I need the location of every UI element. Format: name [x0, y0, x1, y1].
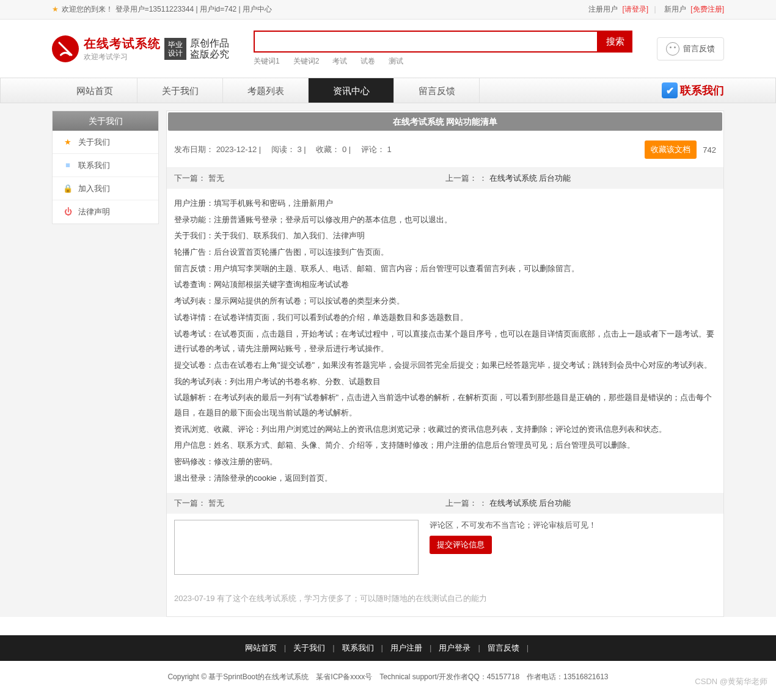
topbar-sep: |	[654, 5, 656, 13]
footer-link-3[interactable]: 用户注册	[390, 643, 422, 652]
power-icon: ⏻	[64, 208, 72, 216]
login-link[interactable]: [请登录]	[623, 5, 649, 13]
keyword-link[interactable]: 关键词1	[254, 57, 280, 65]
comment-history: 2023-07-19 有了这个在线考试系统，学习方便多了；可以随时随地的在线测试…	[174, 593, 716, 604]
article-body: 用户注册：填写手机账号和密码，注册新用户登录功能：注册普通账号登录；登录后可以修…	[167, 189, 723, 493]
watermark: CSDN @黄菊华老师	[695, 676, 767, 687]
article-paragraph: 用户注册：填写手机账号和密码，注册新用户	[174, 196, 716, 211]
prev-next-top: 下一篇： 暂无 上一篇： ： 在线考试系统 后台功能	[167, 168, 723, 189]
prev-article-link[interactable]: 在线考试系统 后台功能	[489, 173, 571, 183]
meta-fav-label: 收藏：	[316, 145, 340, 154]
feedback-button[interactable]: 留言反馈	[657, 37, 724, 60]
graduation-badge: 毕业设计	[164, 38, 186, 60]
article-paragraph: 试卷查询：网站顶部根据关键字查询相应考试试卷	[174, 277, 716, 293]
sidebar-item-label: 法律声明	[78, 200, 110, 224]
article-paragraph: 试卷考试：在试卷页面，点击题目，开始考试；在考试过程中，可以直接点击某个题目序号…	[174, 327, 716, 357]
prev-article-label: 上一篇：	[445, 173, 477, 183]
meta-fav: 0	[342, 145, 346, 154]
nav-item-2[interactable]: 考题列表	[223, 78, 309, 103]
prev-next-bottom: 下一篇： 暂无 上一篇： ： 在线考试系统 后台功能	[167, 493, 723, 514]
prev-article-link-bottom[interactable]: 在线考试系统 后台功能	[489, 498, 571, 508]
meta-comment-label: 评论：	[361, 145, 385, 154]
article-paragraph: 考试列表：显示网站提供的所有试卷；可以按试卷的类型来分类。	[174, 294, 716, 309]
site-title: 在线考试系统	[84, 35, 161, 52]
article-paragraph: 提交试卷：点击在试卷右上角"提交试卷"，如果没有答题完毕，会提示回答完全后提交；…	[174, 358, 716, 373]
sidebar-item-label: 关于我们	[78, 131, 110, 154]
next-article-value: 暂无	[208, 173, 224, 183]
keyword-link[interactable]: 关键词2	[293, 57, 320, 65]
logo-block[interactable]: 在线考试系统 欢迎考试学习 毕业设计 原创作品盗版必究	[52, 35, 254, 62]
article-paragraph: 用户信息：姓名、联系方式、邮箱、头像、简介、介绍等，支持随时修改；用户注册的信息…	[174, 438, 716, 453]
contact-us-label: 联系我们	[680, 83, 724, 98]
meta-date: 2023-12-12	[216, 145, 257, 154]
sidebar-item-0[interactable]: ★关于我们	[53, 131, 158, 154]
meta-read-label: 阅读：	[271, 145, 295, 154]
article-paragraph: 退出登录：清除登录的cookie，返回到首页。	[174, 471, 716, 486]
meta-read: 3	[297, 145, 301, 154]
article-meta: 发布日期： 2023-12-12 | 阅读： 3 | 收藏： 0 | 评论： 1…	[167, 132, 723, 168]
star-icon: ★	[64, 138, 72, 147]
nav-item-3[interactable]: 资讯中心	[309, 78, 394, 103]
lock-icon: 🔒	[64, 184, 72, 193]
feedback-label: 留言反馈	[683, 43, 715, 54]
sidebar-item-1[interactable]: ≡联系我们	[53, 154, 158, 177]
article-paragraph: 留言反馈：用户填写李哭咽的主题、联系人、电话、邮箱、留言内容；后台管理可以查看留…	[174, 261, 716, 277]
sidebar: 关于我们 ★关于我们≡联系我们🔒加入我们⏻法律声明	[52, 111, 159, 224]
keyword-link[interactable]: 试卷	[361, 57, 375, 65]
article-paragraph: 关于我们：关于我们、联系我们、加入我们、法律声明	[174, 228, 716, 244]
header: 在线考试系统 欢迎考试学习 毕业设计 原创作品盗版必究 搜索 关键词1关键词2考…	[0, 20, 776, 78]
free-register-link[interactable]: [免费注册]	[690, 5, 724, 13]
site-subtitle: 欢迎考试学习	[84, 52, 161, 62]
comment-input[interactable]	[174, 520, 419, 575]
keyword-row: 关键词1关键词2考试试卷测试	[254, 56, 632, 67]
nav-item-1[interactable]: 关于我们	[137, 78, 223, 103]
comment-note: 评论区，不可发布不当言论；评论审核后可见！	[430, 520, 596, 531]
meta-date-label: 发布日期：	[174, 145, 214, 154]
copyright-text: Copyright © 基于SprintBoot的在线考试系统 某省ICP备xx…	[167, 673, 608, 681]
sidebar-item-3[interactable]: ⏻法律声明	[53, 200, 158, 224]
footer-link-2[interactable]: 联系我们	[342, 643, 374, 652]
meta-comment: 1	[387, 145, 391, 154]
list-icon: ≡	[64, 161, 72, 170]
article-panel: 在线考试系统 网站功能清单 发布日期： 2023-12-12 | 阅读： 3 |…	[166, 111, 724, 617]
nav-item-0[interactable]: 网站首页	[52, 78, 137, 103]
footer-link-0[interactable]: 网站首页	[245, 643, 277, 652]
article-paragraph: 试题解析：在考试列表的最后一列有"试卷解析"，点击进入当前选中试卷的解析，在解析…	[174, 390, 716, 420]
face-icon	[666, 42, 679, 56]
search-input[interactable]	[254, 31, 598, 53]
sidebar-item-2[interactable]: 🔒加入我们	[53, 177, 158, 200]
keyword-link[interactable]: 考试	[332, 57, 347, 65]
contact-us-link[interactable]: ✔ 联系我们	[662, 78, 724, 103]
search-block: 搜索 关键词1关键词2考试试卷测试	[254, 31, 632, 67]
keyword-link[interactable]: 测试	[389, 57, 403, 65]
registered-user-label: 注册用户	[588, 5, 618, 13]
search-button[interactable]: 搜索	[598, 31, 632, 53]
article-paragraph: 密码修改：修改注册的密码。	[174, 454, 716, 470]
top-bar: ★ 欢迎您的到来！ 登录用户=13511223344 | 用户id=742 | …	[0, 0, 776, 20]
originality-text: 原创作品盗版必究	[190, 38, 229, 60]
article-paragraph: 我的考试列表：列出用户考试的书卷名称、分数、试题数目	[174, 374, 716, 390]
sidebar-heading: 关于我们	[53, 111, 158, 131]
article-paragraph: 登录功能：注册普通账号登录；登录后可以修改用户的基本信息，也可以退出。	[174, 213, 716, 228]
new-user-label: 新用户	[664, 5, 686, 13]
main-area: 关于我们 ★关于我们≡联系我们🔒加入我们⏻法律声明 在线考试系统 网站功能清单 …	[0, 103, 776, 617]
nav-item-4[interactable]: 留言反馈	[394, 78, 480, 103]
logo-icon	[52, 35, 79, 62]
sidebar-item-label: 加入我们	[78, 177, 110, 200]
article-paragraph: 试卷详情：在试卷详情页面，我们可以看到试卷的介绍，单选题数目和多选题数目。	[174, 310, 716, 326]
star-icon: ★	[52, 5, 59, 13]
favorite-count: 742	[703, 145, 716, 155]
footer-info: Copyright © 基于SprintBoot的在线考试系统 某省ICP备xx…	[0, 661, 776, 693]
footer-link-5[interactable]: 留言反馈	[488, 643, 519, 652]
submit-comment-button[interactable]: 提交评论信息	[430, 536, 492, 554]
sidebar-item-label: 联系我们	[78, 154, 110, 177]
check-icon: ✔	[662, 82, 678, 98]
footer-link-4[interactable]: 用户登录	[439, 643, 470, 652]
comment-area: 评论区，不可发布不当言论；评论审核后可见！ 提交评论信息 2023-07-19 …	[167, 514, 723, 616]
article-title: 在线考试系统 网站功能清单	[168, 112, 722, 131]
footer-nav: 网站首页|关于我们|联系我们|用户注册|用户登录|留言反馈|	[0, 635, 776, 661]
article-paragraph: 资讯浏览、收藏、评论：列出用户浏览过的网站上的资讯信息浏览记录；收藏过的资讯信息…	[174, 422, 716, 437]
favorite-button[interactable]: 收藏该文档	[645, 140, 697, 159]
footer-link-1[interactable]: 关于我们	[293, 643, 325, 652]
welcome-label[interactable]: 欢迎您的到来！ 登录用户=13511223344 | 用户id=742 | 用户…	[62, 5, 272, 13]
